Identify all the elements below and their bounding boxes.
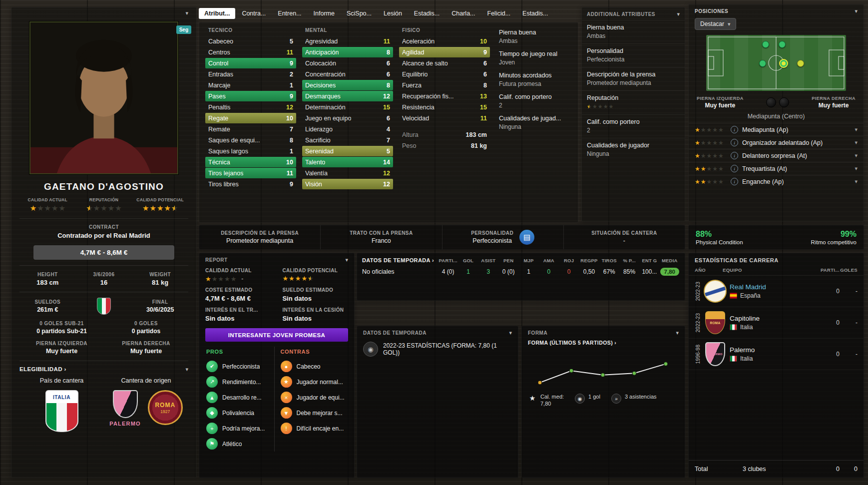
match-sharpness-label: Ritmo competitivo (811, 239, 857, 245)
stat-value-text: 67% (603, 268, 615, 275)
position-dot[interactable] (779, 41, 786, 48)
position-role-row[interactable]: ★★★★★ i Enganche (Ap) ▾ (689, 175, 864, 188)
attribute-value: 15 (380, 104, 390, 111)
attribute-row: Saques largos 1 (205, 146, 296, 156)
position-dot[interactable] (797, 60, 804, 67)
career-row[interactable]: 1996-98 PALERMO Palermo Italia 0 - (689, 339, 864, 370)
natural-position-text: Mediapunta (Centro) (689, 113, 864, 120)
chevron-down-icon[interactable]: ▾ (855, 152, 858, 159)
info-value: Futura promesa (499, 80, 566, 87)
position-dot[interactable] (762, 41, 769, 48)
stat-value: 3 (478, 268, 498, 275)
form-legend: ★ Cal. med: 7,80 ◉ 1 gol » (528, 394, 679, 407)
position-dot[interactable] (779, 59, 788, 68)
profile-tab[interactable]: Lesión (378, 8, 408, 19)
left-foot-label: PIERNA IZQUIERDA (19, 341, 104, 346)
season-stats-title[interactable]: DATOS DE TEMPORADA › (362, 257, 438, 263)
chevron-down-icon[interactable]: ▾ (677, 11, 680, 17)
position-role-row[interactable]: ★★★★★ i Organizador adelantado (Ap) ▾ (689, 136, 864, 149)
career-country-name: Italia (740, 355, 753, 362)
profile-tab[interactable]: Estadis... (517, 8, 553, 19)
attribute-value: 5 (283, 38, 293, 45)
career-team-block: Capitoline Italia (730, 315, 818, 331)
form-subtitle[interactable]: FORMA (ÚLTIMOS 5 PARTIDOS) › (528, 340, 679, 346)
career-row[interactable]: 2022-23 ROMA Capitoline Italia 0 - (689, 307, 864, 339)
pro-label: Podría mejora... (222, 425, 265, 432)
form-header: FORMA ▾ (528, 330, 679, 336)
chevron-down-icon[interactable]: ▾ (855, 8, 858, 14)
position-dot[interactable] (759, 60, 766, 67)
profile-tab[interactable]: Informe (308, 8, 340, 19)
career-row[interactable]: 2022-23 Real Madrid España 0 - (689, 276, 864, 307)
chevron-down-icon[interactable]: ▾ (855, 139, 858, 146)
estimated-cost-label: COSTE ESTIMADO (205, 287, 282, 293)
youth-situation-text: SITUACIÓN DE CANTERA - (591, 230, 657, 244)
player-panel-header: ▾ (19, 10, 188, 19)
attribute-name: Penaltis (208, 104, 230, 111)
career-goals-value: - (840, 319, 858, 326)
position-role-row[interactable]: ★★★★★ i Trequartista (At) ▾ (689, 162, 864, 175)
profile-tab[interactable]: Charla... (446, 8, 480, 19)
position-role-row[interactable]: ★★★★★ i Mediapunta (Ap) ▾ (689, 123, 864, 136)
physical-column: FISICO Aceleración 10 Agilidad 9 (399, 26, 490, 218)
stat-column-header: ROJ (559, 258, 579, 263)
career-total-apps: 0 (818, 466, 840, 473)
info-icon[interactable]: i (731, 139, 738, 146)
chevron-down-icon[interactable]: ▾ (509, 330, 512, 336)
pro-item: ↗ Rendimiento... (206, 374, 273, 390)
chevron-down-icon[interactable]: ▾ (855, 178, 858, 185)
profile-tab[interactable]: Contra... (236, 8, 271, 19)
current-ability-extra: - (241, 275, 243, 282)
chevron-down-icon[interactable]: ▾ (676, 330, 679, 336)
eligibility-row[interactable]: ELEGIBILIDAD › ▾ (19, 361, 188, 372)
recommendation-banner[interactable]: INTERESANTE JOVEN PROMESA (205, 328, 348, 342)
chevron-down-icon[interactable]: ▾ (345, 257, 348, 263)
chevron-down-icon[interactable]: ▾ (855, 165, 858, 172)
measurement-row: Altura 183 cm (399, 129, 490, 140)
contract-text: Contratado por el Real Madrid (19, 232, 188, 239)
info-icon[interactable]: i (731, 152, 738, 159)
profile-tab[interactable]: SciSpo... (341, 8, 377, 19)
profile-tab[interactable]: Felicid... (482, 8, 516, 19)
device-icon[interactable]: ▤ (519, 230, 534, 245)
additional-attribute-value: Ninguna (587, 150, 680, 157)
profile-tab[interactable]: Atribut... (199, 8, 235, 19)
career-team-name[interactable]: Capitoline (730, 315, 818, 322)
vital-value: 81 kg (132, 279, 188, 286)
attribute-row: Desmarques 12 (302, 91, 393, 101)
position-role-row[interactable]: ★★★★★ i Delantero sorpresa (At) ▾ (689, 149, 864, 162)
profile-tab[interactable]: Estadis... (409, 8, 445, 19)
info-item: Pierna buena Ambas (496, 26, 569, 48)
profile-tab[interactable]: Entren... (272, 8, 307, 19)
career-team-name[interactable]: Real Madrid (730, 283, 818, 291)
chevron-down-icon: ▾ (728, 21, 731, 27)
attribute-row: Regate 10 (205, 113, 296, 123)
international-record-row: 0 GOLES SUB-21 0 partidos Sub-21 0 GOLES… (19, 321, 188, 335)
attribute-row: Pases 9 (205, 91, 296, 101)
career-team-name[interactable]: Palermo (730, 346, 818, 354)
attribute-name: Regate (208, 115, 228, 122)
pro-label: Desarrollo re... (222, 394, 262, 401)
nationality-flag-block (76, 298, 132, 315)
legend-label: Cal. med: (540, 394, 564, 400)
pros-cons-section: PROS ✔ Perfeccionista ↗ Rendimiento... (205, 347, 348, 452)
media-description-label: DESCRIPCIÓN DE LA PRENSA (221, 230, 299, 236)
stat-value: 0 (539, 268, 559, 275)
attribute-name: Valentía (305, 170, 328, 177)
season-overview-entry[interactable]: ◉ 2022-23 ESTADÍSTICAS (FORMA: 7,80 (1 G… (363, 342, 512, 357)
role-stars: ★★★★★ (695, 127, 727, 133)
chevron-down-icon[interactable]: ▾ (855, 126, 858, 133)
collapse-chevron-icon[interactable]: ▾ (185, 10, 188, 19)
attribute-value: 6 (380, 60, 390, 67)
info-icon[interactable]: i (731, 126, 738, 133)
chevron-down-icon[interactable]: ▾ (185, 367, 188, 372)
highlight-dropdown-button[interactable]: Destacar ▾ (695, 18, 736, 30)
cons-title: CONTRAS (281, 349, 348, 355)
follow-button[interactable]: Seg (176, 25, 191, 34)
career-apps-value: 0 (818, 351, 840, 358)
additional-attributes-list: Pierna buena Ambas Personalidad Perfecci… (582, 20, 685, 161)
divider (19, 265, 188, 266)
info-icon[interactable]: i (731, 165, 738, 172)
info-icon[interactable]: i (731, 178, 738, 185)
competition-badge-icon: ◉ (363, 342, 378, 357)
